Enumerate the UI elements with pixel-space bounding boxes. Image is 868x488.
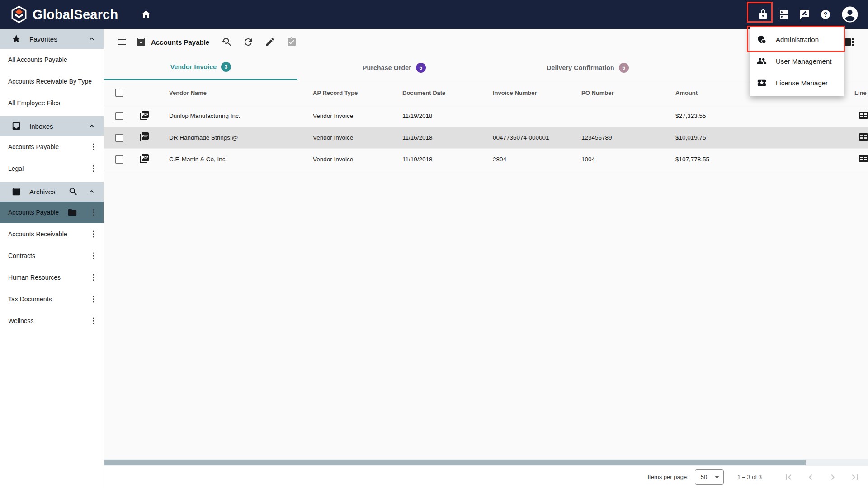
last-page-button[interactable]	[849, 472, 860, 483]
sidebar-item-label: Human Resources	[8, 274, 89, 281]
refresh-button[interactable]	[243, 37, 254, 47]
star-icon	[11, 34, 21, 44]
tab-purchase-order[interactable]: Purchase Order 5	[297, 55, 491, 80]
sidebar-item-label: Accounts Receivable By Type	[8, 78, 98, 85]
tasks-button[interactable]	[286, 37, 297, 47]
sidebar-item-all-employee-files[interactable]: All Employee Files	[0, 92, 104, 114]
menu-button[interactable]	[117, 37, 127, 47]
column-header-po-number: PO Number	[570, 89, 664, 96]
cell-line-items	[850, 153, 868, 165]
chevron-right-icon	[827, 472, 838, 483]
next-page-button[interactable]	[827, 472, 838, 483]
cell-po-number: 123456789	[570, 134, 664, 141]
more-vertical-icon[interactable]	[89, 250, 98, 261]
sidebar-item-archive-human-resources[interactable]: Human Resources	[0, 267, 104, 288]
more-vertical-icon[interactable]	[89, 229, 98, 239]
help-icon: ?	[820, 9, 831, 20]
more-vertical-icon[interactable]	[89, 163, 98, 174]
security-lock-button[interactable]	[758, 9, 769, 20]
first-page-button[interactable]	[783, 472, 794, 483]
chevron-up-icon[interactable]	[87, 122, 96, 131]
menu-item-license-manager[interactable]: License Manager	[750, 72, 844, 94]
help-button[interactable]: ?	[820, 9, 831, 20]
layout-view-button[interactable]	[844, 37, 854, 47]
horizontal-scrollbar-thumb[interactable]	[104, 460, 806, 465]
account-button[interactable]	[841, 5, 859, 23]
sidebar-item-accounts-receivable-by-type[interactable]: Accounts Receivable By Type	[0, 70, 104, 92]
menu-item-administration[interactable]: Administration	[750, 28, 844, 50]
sidebar-item-archive-contracts[interactable]: Contracts	[0, 245, 104, 267]
tab-delivery-confirmation[interactable]: Delivery Confirmation 6	[491, 55, 684, 80]
chevron-up-icon[interactable]	[87, 34, 96, 43]
sidebar-item-archive-accounts-payable[interactable]: Accounts Payable	[0, 202, 104, 223]
row-document-cell	[132, 153, 157, 165]
search-again-button[interactable]	[221, 37, 232, 47]
row-checkbox[interactable]	[115, 112, 123, 120]
sidebar-item-archive-accounts-receivable[interactable]: Accounts Receivable	[0, 223, 104, 245]
row-checkbox[interactable]	[115, 134, 123, 142]
license-ticket-icon	[757, 78, 767, 88]
account-dropdown-menu: Administration User Management License M…	[750, 26, 844, 96]
more-vertical-icon[interactable]	[89, 141, 98, 152]
top-app-bar: GlobalSearch ?	[0, 0, 868, 29]
pdf-document-icon[interactable]	[139, 110, 150, 121]
row-checkbox[interactable]	[115, 155, 123, 164]
sidebar-section-inboxes[interactable]: Inboxes	[0, 116, 104, 136]
chevron-up-icon[interactable]	[87, 187, 96, 196]
row-document-cell	[132, 110, 157, 122]
cell-document-date: 11/16/2018	[391, 134, 480, 141]
admin-shield-icon	[757, 34, 767, 44]
pencil-icon	[264, 37, 275, 47]
edit-button[interactable]	[264, 37, 275, 47]
archive-icon	[11, 187, 21, 197]
search-icon[interactable]	[68, 187, 78, 197]
previous-page-button[interactable]	[805, 472, 816, 483]
sidebar-section-archives[interactable]: Archives	[0, 182, 104, 202]
brand-logo[interactable]: GlobalSearch	[10, 5, 118, 23]
user-group-icon	[757, 56, 767, 66]
horizontal-scrollbar-track[interactable]	[104, 459, 868, 466]
sidebar-item-inbox-legal[interactable]: Legal	[0, 158, 104, 179]
menu-item-label: Administration	[776, 36, 819, 43]
sidebar-item-archive-wellness[interactable]: Wellness	[0, 310, 104, 332]
select-all-checkbox[interactable]	[115, 89, 123, 97]
line-items-icon[interactable]	[858, 110, 868, 121]
split-view-icon	[844, 37, 854, 47]
cell-po-number: 1004	[570, 156, 664, 163]
pdf-document-icon[interactable]	[139, 153, 150, 164]
inbox-icon	[11, 121, 21, 131]
home-button[interactable]	[141, 9, 151, 20]
cell-amount: $27,323.55	[664, 113, 754, 119]
tab-label: Purchase Order	[363, 64, 411, 71]
archive-title-icon-wrap	[136, 37, 146, 47]
more-vertical-icon[interactable]	[89, 315, 98, 326]
tab-vendor-invoice[interactable]: Vendor Invoice 3	[104, 55, 297, 80]
section-label: Inboxes	[29, 122, 87, 130]
feedback-button[interactable]	[799, 9, 810, 20]
line-items-icon[interactable]	[858, 131, 868, 142]
line-items-icon[interactable]	[858, 153, 868, 164]
row-checkbox-cell	[104, 155, 132, 164]
items-per-page-select[interactable]: 50	[695, 469, 724, 485]
sidebar-item-archive-tax-documents[interactable]: Tax Documents	[0, 288, 104, 310]
more-vertical-icon[interactable]	[89, 272, 98, 283]
queues-button[interactable]	[778, 9, 789, 20]
more-vertical-icon[interactable]	[89, 207, 98, 218]
table-row[interactable]: C.F. Martin & Co, Inc. Vendor Invoice 11…	[104, 149, 868, 170]
sidebar-section-favorites[interactable]: Favorites	[0, 29, 104, 49]
sidebar: Favorites All Accounts Payable Accounts …	[0, 29, 104, 488]
section-label: Favorites	[29, 35, 87, 43]
table-row[interactable]: Dunlop Manufacturing Inc. Vendor Invoice…	[104, 105, 868, 127]
sidebar-item-inbox-accounts-payable[interactable]: Accounts Payable	[0, 136, 104, 158]
cell-amount: $10,019.75	[664, 134, 754, 141]
pdf-document-icon[interactable]	[139, 131, 150, 142]
dropdown-caret-icon	[715, 476, 719, 479]
sidebar-item-label: Legal	[8, 165, 89, 172]
chevron-left-icon	[805, 472, 816, 483]
table-row[interactable]: DR Handmade Strings!@ Vendor Invoice 11/…	[104, 127, 868, 149]
pagination-bar: Items per page: 50 1 – 3 of 3	[104, 466, 868, 488]
more-vertical-icon[interactable]	[89, 294, 98, 305]
menu-item-user-management[interactable]: User Management	[750, 50, 844, 72]
search-refresh-icon	[221, 37, 232, 47]
sidebar-item-all-accounts-payable[interactable]: All Accounts Payable	[0, 49, 104, 70]
